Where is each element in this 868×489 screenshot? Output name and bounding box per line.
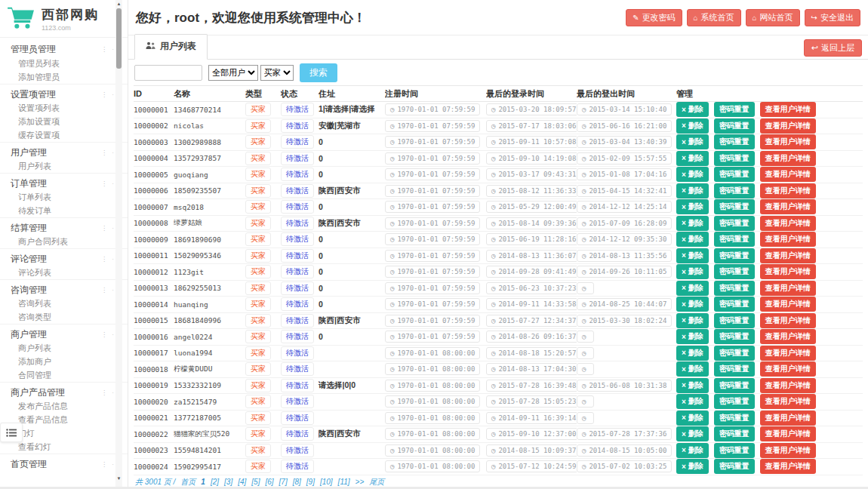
view-user-detail-button[interactable]: 查看用户详情 (760, 151, 816, 166)
reset-password-button[interactable]: 密码重置 (714, 183, 755, 198)
reset-password-button[interactable]: 密码重置 (714, 167, 755, 182)
delete-button[interactable]: ×删除 (676, 313, 709, 328)
topbar-button[interactable]: ✎ 更改密码 (626, 9, 682, 26)
scroll-down-icon[interactable]: ▼ (115, 475, 122, 482)
group-toggle-icon[interactable]: ⋮ · (101, 388, 115, 398)
sidebar-entry[interactable]: 缓存设置项 ⋮ · (0, 128, 128, 142)
page-link[interactable]: [10] (320, 478, 333, 486)
delete-button[interactable]: ×删除 (676, 102, 709, 117)
delete-button[interactable]: ×删除 (676, 248, 709, 263)
sidebar-entry[interactable]: 管理员管理 ⋮ · (0, 39, 128, 57)
delete-button[interactable]: ×删除 (676, 232, 709, 247)
delete-button[interactable]: ×删除 (676, 199, 709, 214)
reset-password-button[interactable]: 密码重置 (714, 118, 755, 134)
reset-password-button[interactable]: 密码重置 (714, 313, 755, 328)
sidebar-entry[interactable]: 评论管理 ⋮ · (0, 248, 128, 266)
view-user-detail-button[interactable]: 查看用户详情 (760, 281, 816, 296)
view-user-detail-button[interactable]: 查看用户详情 (760, 167, 816, 182)
sidebar-entry[interactable]: 商户列表 ⋮ · (0, 341, 128, 355)
reset-password-button[interactable]: 密码重置 (714, 281, 755, 296)
page-link[interactable]: [11] (338, 478, 350, 486)
delete-button[interactable]: ×删除 (676, 443, 709, 458)
group-toggle-icon[interactable]: ⋮ · (101, 330, 115, 340)
brand[interactable]: 西部网购 1123.com (0, 0, 128, 38)
delete-button[interactable]: ×删除 (676, 426, 709, 441)
page-link[interactable]: [8] (293, 478, 301, 486)
view-user-detail-button[interactable]: 查看用户详情 (760, 426, 816, 441)
sidebar-entry[interactable]: 添加设置项 ⋮ · (0, 115, 128, 128)
reset-password-button[interactable]: 密码重置 (714, 361, 755, 377)
view-user-detail-button[interactable]: 查看用户详情 (760, 248, 816, 263)
view-user-detail-button[interactable]: 查看用户详情 (760, 232, 816, 247)
sidebar-entry[interactable]: 咨询管理 ⋮ · (0, 279, 128, 297)
delete-button[interactable]: ×删除 (676, 118, 709, 134)
topbar-button[interactable]: ⌂ 系统首页 (687, 9, 741, 26)
reset-password-button[interactable]: 密码重置 (714, 102, 755, 117)
topbar-button[interactable]: ↪ 安全退出 (805, 9, 860, 26)
delete-button[interactable]: ×删除 (676, 264, 709, 279)
sidebar-entry[interactable]: 用户列表 ⋮ · (0, 159, 128, 173)
delete-button[interactable]: ×删除 (676, 183, 709, 198)
page-link[interactable]: [7] (279, 478, 288, 486)
sidebar-entry[interactable]: 咨询列表 ⋮ · (0, 297, 128, 310)
reset-password-button[interactable]: 密码重置 (714, 346, 755, 361)
delete-button[interactable]: ×删除 (676, 134, 709, 149)
page-link[interactable]: [2] (211, 478, 219, 486)
reset-password-button[interactable]: 密码重置 (714, 297, 755, 312)
delete-button[interactable]: ×删除 (676, 378, 709, 393)
reset-password-button[interactable]: 密码重置 (714, 216, 755, 231)
reset-password-button[interactable]: 密码重置 (714, 411, 755, 426)
view-user-detail-button[interactable]: 查看用户详情 (760, 329, 816, 344)
group-toggle-icon[interactable]: ⋮ · (101, 179, 115, 189)
delete-button[interactable]: ×删除 (676, 411, 709, 426)
sidebar-entry[interactable]: 用户管理 ⋮ · (0, 142, 128, 159)
view-user-detail-button[interactable]: 查看用户详情 (760, 102, 816, 117)
reset-password-button[interactable]: 密码重置 (714, 378, 755, 393)
delete-button[interactable]: ×删除 (676, 151, 709, 166)
view-user-detail-button[interactable]: 查看用户详情 (760, 459, 816, 474)
group-toggle-icon[interactable]: ⋮ · (101, 148, 115, 158)
view-user-detail-button[interactable]: 查看用户详情 (760, 346, 816, 361)
sidebar-entry[interactable]: 设置项列表 ⋮ · (0, 101, 128, 115)
sidebar-entry[interactable]: 商户产品管理 ⋮ · (0, 382, 128, 399)
scrollbar-thumb[interactable] (116, 8, 122, 69)
reset-password-button[interactable]: 密码重置 (714, 248, 755, 263)
view-user-detail-button[interactable]: 查看用户详情 (760, 361, 816, 377)
reset-password-button[interactable]: 密码重置 (714, 443, 755, 458)
sidebar-entry[interactable]: 评论列表 ⋮ · (0, 266, 128, 279)
reset-password-button[interactable]: 密码重置 (714, 199, 755, 214)
reset-password-button[interactable]: 密码重置 (714, 329, 755, 344)
sidebar-entry[interactable]: 添加管理员 ⋮ · (0, 70, 128, 84)
sidebar-entry[interactable]: 发布产品信息 ⋮ · (0, 399, 128, 413)
sidebar-entry[interactable]: 订单管理 ⋮ · (0, 173, 128, 190)
reset-password-button[interactable]: 密码重置 (714, 151, 755, 166)
delete-button[interactable]: ×删除 (676, 297, 709, 312)
page-link[interactable]: [3] (224, 478, 232, 486)
reset-password-button[interactable]: 密码重置 (714, 394, 755, 409)
group-toggle-icon[interactable]: ⋮ · (101, 285, 115, 296)
sidebar-entry[interactable]: 商户合同列表 ⋮ · (0, 235, 128, 248)
reset-password-button[interactable]: 密码重置 (714, 264, 755, 279)
search-input[interactable] (134, 65, 202, 81)
group-toggle-icon[interactable]: ⋮ · (101, 45, 115, 55)
delete-button[interactable]: ×删除 (676, 346, 709, 361)
view-user-detail-button[interactable]: 查看用户详情 (760, 264, 816, 279)
reset-password-button[interactable]: 密码重置 (714, 426, 755, 441)
view-user-detail-button[interactable]: 查看用户详情 (760, 297, 816, 312)
delete-button[interactable]: ×删除 (676, 281, 709, 296)
topbar-button[interactable]: ⌂ 网站首页 (746, 9, 800, 26)
page-link[interactable]: [5] (251, 478, 260, 486)
reset-password-button[interactable]: 密码重置 (714, 459, 755, 474)
search-button[interactable]: 搜索 (300, 63, 337, 82)
delete-button[interactable]: ×删除 (676, 394, 709, 409)
tab-user-list[interactable]: 用户列表 (134, 34, 208, 60)
sidebar-entry[interactable]: 订单列表 ⋮ · (0, 190, 128, 204)
group-toggle-icon[interactable]: ⋮ · (101, 254, 115, 265)
page-link[interactable]: [6] (265, 478, 273, 486)
delete-button[interactable]: ×删除 (676, 329, 709, 344)
view-user-detail-button[interactable]: 查看用户详情 (760, 183, 816, 198)
sidebar-entry[interactable]: 添加商户 ⋮ · (0, 355, 128, 368)
sidebar-entry[interactable]: 管理员列表 ⋮ · (0, 57, 128, 70)
group-toggle-icon[interactable]: ⋮ · (101, 90, 115, 100)
page-last[interactable]: 尾页 (369, 477, 384, 487)
